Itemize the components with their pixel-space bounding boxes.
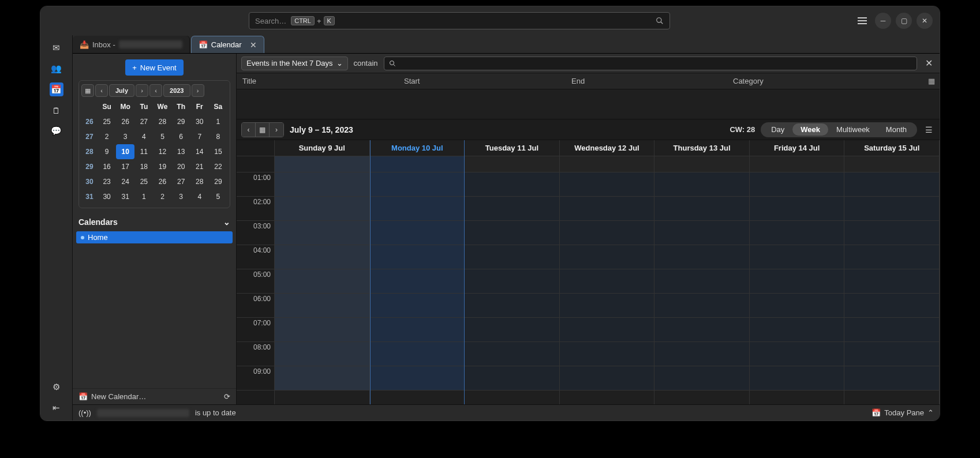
- minical-day[interactable]: 3: [172, 189, 190, 204]
- hour-cell[interactable]: [654, 221, 749, 245]
- hour-cell[interactable]: [275, 221, 369, 245]
- hour-cell[interactable]: [371, 342, 465, 366]
- minical-day[interactable]: 25: [98, 114, 116, 129]
- view-month[interactable]: Month: [878, 123, 915, 136]
- hour-cell[interactable]: [275, 172, 369, 197]
- events-range-dropdown[interactable]: Events in the Next 7 Days ⌄: [241, 57, 348, 70]
- hour-cell[interactable]: [844, 221, 939, 245]
- hour-cell[interactable]: [275, 294, 369, 318]
- minical-day[interactable]: 13: [172, 144, 190, 159]
- minical-day[interactable]: 24: [116, 174, 134, 189]
- allday-cell[interactable]: [371, 156, 465, 172]
- col-category[interactable]: Category: [733, 77, 923, 85]
- mail-icon[interactable]: ✉: [50, 41, 63, 55]
- hour-cell[interactable]: [844, 318, 939, 342]
- hour-cell[interactable]: [844, 366, 939, 391]
- new-event-button[interactable]: + New Event: [125, 59, 183, 76]
- next-month-button[interactable]: ›: [136, 84, 148, 97]
- minical-day[interactable]: 2: [153, 189, 171, 204]
- minical-day[interactable]: 29: [172, 114, 190, 129]
- minical-day[interactable]: 5: [153, 129, 171, 144]
- hour-cell[interactable]: [275, 318, 369, 342]
- minical-day[interactable]: 15: [209, 144, 227, 159]
- minical-day[interactable]: 17: [116, 159, 134, 174]
- hour-cell[interactable]: [465, 221, 559, 245]
- filter-input[interactable]: [384, 57, 918, 70]
- hour-cell[interactable]: [560, 318, 654, 342]
- minical-day[interactable]: 27: [134, 114, 153, 129]
- minical-day[interactable]: 2: [98, 129, 116, 144]
- hour-cell[interactable]: [654, 294, 749, 318]
- hour-cell[interactable]: [654, 366, 749, 391]
- sync-button[interactable]: ⟳: [224, 392, 230, 401]
- hour-cell[interactable]: [750, 197, 844, 221]
- hour-cell[interactable]: [371, 366, 465, 391]
- hour-cell[interactable]: [275, 197, 369, 221]
- hour-cell[interactable]: [465, 318, 559, 342]
- hour-cell[interactable]: [560, 294, 654, 318]
- minical-week-number[interactable]: 30: [81, 174, 98, 189]
- address-book-icon[interactable]: 👥: [50, 62, 63, 76]
- minical-day[interactable]: 29: [209, 174, 227, 189]
- hour-cell[interactable]: [654, 172, 749, 197]
- tab-calendar[interactable]: 📅 Calendar ✕: [191, 36, 264, 53]
- chat-icon[interactable]: 💬: [50, 124, 63, 138]
- day-header[interactable]: Thursday 13 Jul: [654, 140, 749, 156]
- minical-day[interactable]: 30: [98, 189, 116, 204]
- hour-cell[interactable]: [844, 342, 939, 366]
- view-multiweek[interactable]: Multiweek: [828, 123, 878, 136]
- filter-close-button[interactable]: ✕: [923, 58, 935, 69]
- minical-day[interactable]: 12: [153, 144, 171, 159]
- view-day[interactable]: Day: [763, 123, 792, 136]
- allday-cell[interactable]: [654, 156, 749, 172]
- hour-cell[interactable]: [654, 318, 749, 342]
- hour-cell[interactable]: [560, 342, 654, 366]
- hour-cell[interactable]: [560, 269, 654, 294]
- minical-day[interactable]: 3: [116, 129, 134, 144]
- hour-cell[interactable]: [371, 318, 465, 342]
- hour-cell[interactable]: [275, 245, 369, 269]
- minical-day[interactable]: 20: [172, 159, 190, 174]
- hour-cell[interactable]: [371, 221, 465, 245]
- day-header[interactable]: Saturday 15 Jul: [844, 140, 939, 156]
- allday-cell[interactable]: [275, 156, 369, 172]
- minical-week-number[interactable]: 28: [81, 144, 98, 159]
- allday-cell[interactable]: [560, 156, 654, 172]
- hour-cell[interactable]: [750, 342, 844, 366]
- tab-inbox[interactable]: 📥 Inbox -: [73, 36, 190, 53]
- minical-day[interactable]: 27: [172, 174, 190, 189]
- minical-day[interactable]: 14: [190, 144, 209, 159]
- minical-day[interactable]: 4: [134, 129, 153, 144]
- hour-cell[interactable]: [371, 245, 465, 269]
- minical-day[interactable]: 1: [134, 189, 153, 204]
- hour-cell[interactable]: [371, 172, 465, 197]
- col-title[interactable]: Title: [237, 77, 404, 85]
- next-year-button[interactable]: ›: [192, 84, 204, 97]
- minical-week-number[interactable]: 27: [81, 129, 98, 144]
- hour-cell[interactable]: [371, 294, 465, 318]
- hour-cell[interactable]: [654, 197, 749, 221]
- day-header[interactable]: Monday 10 Jul: [371, 140, 465, 156]
- hour-cell[interactable]: [465, 294, 559, 318]
- minical-day[interactable]: 22: [209, 159, 227, 174]
- global-search[interactable]: Search… CTRL + K: [249, 12, 670, 29]
- tasks-icon[interactable]: 🗒: [50, 103, 63, 117]
- today-button[interactable]: ▦: [256, 123, 270, 137]
- minical-day[interactable]: 4: [190, 189, 209, 204]
- calendar-item-home[interactable]: Home: [76, 231, 233, 243]
- hour-cell[interactable]: [560, 172, 654, 197]
- hour-cell[interactable]: [654, 342, 749, 366]
- hour-cell[interactable]: [750, 172, 844, 197]
- hour-cell[interactable]: [844, 294, 939, 318]
- close-button[interactable]: ✕: [917, 13, 933, 29]
- hour-cell[interactable]: [844, 269, 939, 294]
- hour-cell[interactable]: [844, 172, 939, 197]
- minical-day[interactable]: 1: [209, 114, 227, 129]
- sidepane-toggle-icon[interactable]: ☰: [923, 125, 935, 134]
- minimize-button[interactable]: ─: [875, 13, 891, 29]
- minical-day[interactable]: 6: [172, 129, 190, 144]
- view-week[interactable]: Week: [792, 123, 828, 136]
- minical-day[interactable]: 21: [190, 159, 209, 174]
- hour-cell[interactable]: [465, 245, 559, 269]
- collapse-icon[interactable]: ⇤: [50, 401, 63, 415]
